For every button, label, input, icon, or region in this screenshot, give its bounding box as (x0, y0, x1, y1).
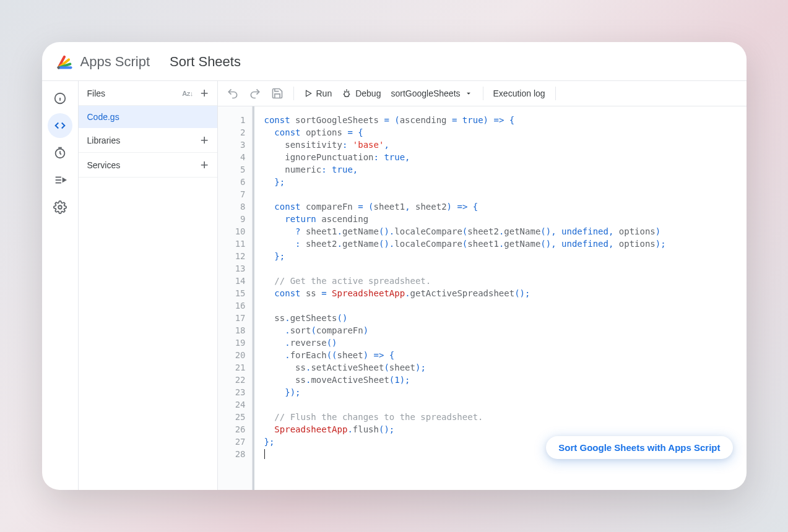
sort-az-icon[interactable]: AZ↓ (182, 90, 193, 97)
app-name: Apps Script (80, 54, 150, 70)
files-label: Files (87, 88, 106, 98)
add-library-icon[interactable]: + (201, 134, 209, 147)
editor-toolbar: Run Debug sortGoogleSheets Execution log (218, 81, 747, 106)
nav-executions[interactable] (48, 168, 72, 192)
debug-label: Debug (355, 88, 381, 98)
svg-point-9 (58, 205, 62, 209)
function-select[interactable]: sortGoogleSheets (391, 88, 472, 98)
nav-triggers[interactable] (48, 140, 72, 165)
svg-marker-10 (306, 90, 311, 96)
save-icon[interactable] (271, 87, 284, 100)
debug-button[interactable]: Debug (342, 88, 381, 98)
libraries-header: Libraries + (79, 128, 217, 153)
separator (293, 87, 294, 100)
run-button[interactable]: Run (304, 88, 332, 98)
separator (483, 87, 483, 100)
add-file-icon[interactable]: + (201, 87, 209, 100)
services-label: Services (87, 160, 121, 170)
nav-settings[interactable] (48, 195, 72, 220)
file-sidebar: Files AZ↓ + Code.gs Libraries + Services… (79, 81, 218, 490)
app-window: Apps Script Sort Sheets Files (42, 42, 747, 490)
code-editor[interactable]: 1234567891011121314151617181920212223242… (218, 106, 747, 490)
line-gutter: 1234567891011121314151617181920212223242… (218, 106, 253, 490)
code-area[interactable]: const sortGoogleSheets = (ascending = tr… (253, 106, 747, 490)
editor-pane: Run Debug sortGoogleSheets Execution log… (218, 81, 747, 490)
add-service-icon[interactable]: + (201, 158, 209, 172)
separator (555, 87, 556, 100)
nav-editor[interactable] (48, 113, 72, 138)
execution-log-button[interactable]: Execution log (493, 88, 545, 98)
undo-icon[interactable] (227, 87, 239, 100)
svg-marker-8 (63, 178, 66, 182)
header-bar: Apps Script Sort Sheets (42, 42, 747, 80)
body: Files AZ↓ + Code.gs Libraries + Services… (42, 80, 747, 490)
function-name: sortGoogleSheets (391, 88, 460, 98)
nav-rail (42, 81, 79, 490)
overlay-badge: Sort Google Sheets with Apps Script (546, 436, 732, 459)
execution-log-label: Execution log (493, 88, 545, 98)
apps-script-logo (56, 53, 73, 71)
files-header: Files AZ↓ + (79, 81, 217, 106)
run-label: Run (316, 88, 332, 98)
svg-point-0 (57, 66, 59, 69)
file-item-code-gs[interactable]: Code.gs (79, 106, 217, 128)
project-name[interactable]: Sort Sheets (170, 54, 241, 70)
redo-icon[interactable] (249, 87, 261, 100)
libraries-label: Libraries (87, 135, 121, 145)
nav-overview[interactable] (48, 86, 72, 111)
services-header: Services + (79, 153, 217, 178)
